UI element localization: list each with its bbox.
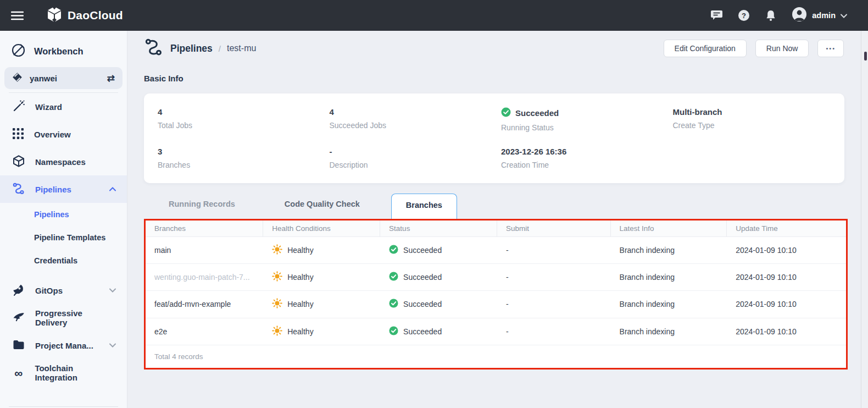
sidebar-subitem-pipeline-templates[interactable]: Pipeline Templates <box>0 226 127 249</box>
more-actions-button[interactable]: ••• <box>817 40 844 57</box>
health-label: Healthy <box>287 246 313 255</box>
sidebar-bottom-divider <box>9 406 118 407</box>
basic-info-title: Basic Info <box>144 74 183 83</box>
submit-cell: - <box>497 246 611 255</box>
basic-info-card: 4 Total Jobs 4 Succeeded Jobs Succeeded … <box>144 93 844 183</box>
health-cell: Healthy <box>263 298 380 310</box>
stat-value: Multi-branch <box>673 107 845 117</box>
namespaces-cube-icon <box>12 155 25 169</box>
tab-code-quality-check[interactable]: Code Quality Check <box>260 194 385 215</box>
workspace-switch-icon[interactable]: ⇄ <box>107 74 115 83</box>
success-check-icon <box>389 299 398 310</box>
gitops-rocket-icon <box>12 283 25 298</box>
health-cell: Healthy <box>263 271 380 283</box>
success-check-icon <box>389 245 398 256</box>
stat-succeeded-jobs: 4 Succeeded Jobs <box>330 107 502 147</box>
chat-icon[interactable] <box>710 9 723 21</box>
branch-name[interactable]: wenting.guo-main-patch-7... <box>146 273 263 282</box>
brand-logo[interactable]: DaoCloud <box>47 6 123 25</box>
sidebar-subitem-credentials[interactable]: Credentials <box>0 249 127 272</box>
status-cell: Succeeded <box>380 299 497 310</box>
stat-running-status: Succeeded Running Status <box>501 107 673 147</box>
sidebar-item-project-management[interactable]: Project Mana... <box>0 332 127 359</box>
detail-tabs: Running Records Code Quality Check Branc… <box>144 194 457 219</box>
page-scrollbar[interactable] <box>861 31 868 408</box>
workspace-selector[interactable]: yanwei ⇄ <box>4 67 123 89</box>
stat-empty-cell <box>673 147 845 186</box>
branches-table: Branches Health Conditions Status Submit… <box>146 220 846 368</box>
svg-text:?: ? <box>742 12 746 20</box>
chevron-down-icon <box>109 343 116 348</box>
health-cell: Healthy <box>263 244 380 256</box>
status-cell: Succeeded <box>380 272 497 283</box>
workspace-name: yanwei <box>30 74 57 83</box>
run-now-button[interactable]: Run Now <box>755 40 809 57</box>
stat-label: Succeeded Jobs <box>330 121 502 130</box>
breadcrumb-section[interactable]: Pipelines <box>170 43 213 54</box>
username-label: admin <box>812 11 836 20</box>
page-actions: Edit Configuration Run Now ••• <box>664 40 844 57</box>
sun-healthy-icon <box>272 326 282 338</box>
stat-value: 4 <box>158 107 330 117</box>
daocloud-logo-icon <box>47 6 62 25</box>
sidebar-item-overview[interactable]: Overview <box>0 120 127 148</box>
hamburger-menu-icon[interactable] <box>11 11 24 20</box>
sidebar-item-label: GitOps <box>35 286 63 295</box>
notification-bell-icon[interactable] <box>765 9 777 22</box>
sidebar-subitem-pipelines[interactable]: Pipelines <box>0 203 127 226</box>
column-header-update-time: Update Time <box>727 220 846 236</box>
table-row: feat/add-mvn-example Healthy Succeeded -… <box>146 291 846 318</box>
sidebar-subitem-label: Pipelines <box>34 210 69 219</box>
infinity-icon: ∞ <box>12 367 25 379</box>
folder-icon <box>12 338 25 353</box>
stat-label: Description <box>330 161 502 169</box>
branch-name[interactable]: main <box>146 246 263 255</box>
stat-value: Succeeded <box>515 108 559 118</box>
sidebar-subitem-label: Credentials <box>34 256 77 265</box>
scrollbar-thumb[interactable] <box>864 52 867 60</box>
column-header-health-conditions: Health Conditions <box>263 220 380 236</box>
update-time-cell: 2024-01-09 10:10 <box>727 327 846 336</box>
status-label: Succeeded <box>403 327 442 336</box>
page-header: Pipelines / test-mu Edit Configuration R… <box>144 38 844 58</box>
pipelines-submenu: Pipelines Pipeline Templates Credentials <box>0 203 127 272</box>
sidebar-item-gitops[interactable]: GitOps <box>0 277 127 304</box>
help-icon[interactable]: ? <box>738 9 750 21</box>
branch-name[interactable]: e2e <box>146 327 263 336</box>
sidebar-item-workbench[interactable]: Workbench <box>0 31 127 62</box>
stat-label: Create Type <box>673 121 845 130</box>
tab-branches[interactable]: Branches <box>391 194 457 219</box>
progressive-delivery-bird-icon <box>12 311 25 326</box>
stat-value: 2023-12-26 16:36 <box>501 147 673 156</box>
success-check-icon <box>389 272 398 283</box>
update-time-cell: 2024-01-09 10:10 <box>727 273 846 282</box>
health-label: Healthy <box>287 300 313 308</box>
sidebar-item-namespaces[interactable]: Namespaces <box>0 148 127 175</box>
health-cell: Healthy <box>263 326 380 338</box>
user-menu[interactable]: admin <box>792 7 847 24</box>
sun-healthy-icon <box>272 298 282 310</box>
table-row: e2e Healthy Succeeded - Branch indexing … <box>146 318 846 345</box>
sidebar-item-wizard[interactable]: Wizard <box>0 93 127 120</box>
brand-name: DaoCloud <box>68 9 123 22</box>
submit-cell: - <box>497 273 611 282</box>
column-header-branches: Branches <box>146 220 263 236</box>
workspace-icon <box>12 72 23 85</box>
stat-label: Total Jobs <box>158 121 330 130</box>
sidebar-item-progressive-delivery[interactable]: Progressive Delivery <box>0 304 127 332</box>
sidebar-item-pipelines[interactable]: Pipelines <box>0 175 127 203</box>
topbar: DaoCloud ? admin <box>0 0 868 31</box>
edit-configuration-button[interactable]: Edit Configuration <box>664 40 747 57</box>
topbar-right: ? admin <box>710 7 847 24</box>
sidebar-subitem-label: Pipeline Templates <box>34 233 105 242</box>
latest-info-cell: Branch indexing <box>611 327 727 336</box>
sidebar-item-toolchain-integration[interactable]: ∞ Toolchain Integration <box>0 359 127 387</box>
wizard-icon <box>12 100 25 114</box>
sidebar-item-label: Namespaces <box>35 157 86 167</box>
sun-healthy-icon <box>272 271 282 283</box>
branch-name[interactable]: feat/add-mvn-example <box>146 300 263 308</box>
sidebar-item-label: Toolchain Integration <box>35 363 116 382</box>
tab-running-records[interactable]: Running Records <box>144 194 260 215</box>
status-label: Succeeded <box>403 273 442 282</box>
sidebar-item-label: Pipelines <box>35 185 71 194</box>
